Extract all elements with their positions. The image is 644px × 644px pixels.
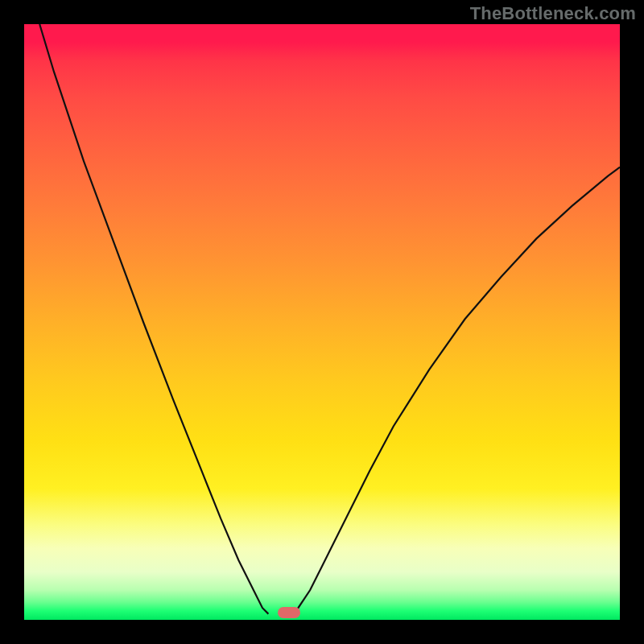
minimum-marker — [278, 607, 300, 617]
curve-layer — [24, 24, 620, 620]
right-branch-path — [292, 167, 620, 614]
chart-frame: TheBottleneck.com — [0, 0, 644, 644]
left-branch-path — [39, 24, 268, 614]
watermark-text: TheBottleneck.com — [470, 3, 636, 24]
plot-area — [24, 24, 620, 620]
